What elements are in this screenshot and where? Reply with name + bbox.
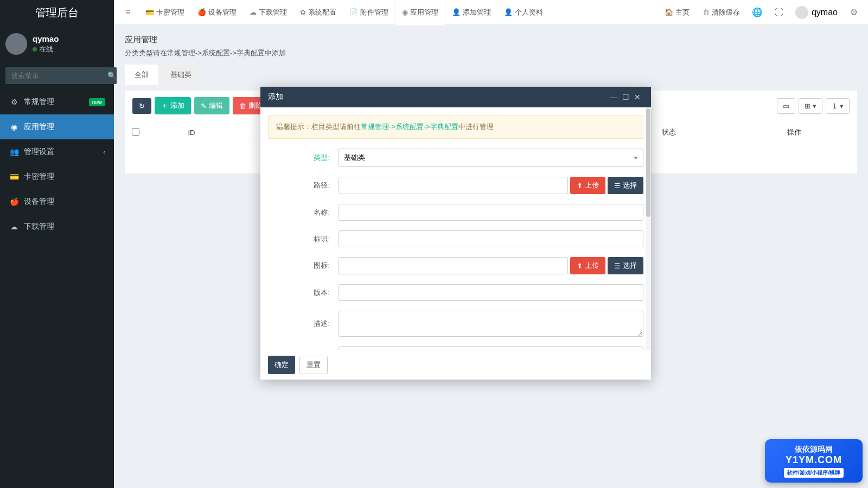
list-icon: ☰ [614, 262, 621, 270]
watermark-badge: 依依源码网 Y1YM.COM 软件/游戏/小程序/棋牌 [765, 439, 863, 483]
upload-icon: ⬆ [577, 262, 583, 270]
label-ident: 标识: [268, 234, 339, 244]
sidebar-username: qymao [33, 34, 59, 43]
topnav-app[interactable]: ◉应用管理 [395, 0, 445, 25]
label-version: 版本: [268, 288, 339, 298]
file-icon: 📄 [349, 8, 358, 16]
refresh-button[interactable]: ↻ [132, 98, 151, 114]
input-name[interactable] [339, 204, 643, 221]
view-button[interactable]: ⊞ ▾ [799, 98, 822, 114]
input-icon[interactable] [339, 257, 568, 274]
sidebar-item-general[interactable]: ⚙ 常规管理 new [0, 89, 114, 114]
brand-title: 管理后台 [0, 0, 114, 25]
sidebar-item-admin[interactable]: 👥 管理设置 ‹ [0, 139, 114, 164]
sidebar-item-label: 设备管理 [24, 197, 54, 207]
choose-path-button[interactable]: ☰选择 [608, 177, 643, 194]
th-action[interactable]: 操作 [732, 121, 857, 144]
reset-button[interactable]: 重置 [299, 356, 328, 374]
input-version[interactable] [339, 284, 643, 301]
maximize-button[interactable]: ☐ [620, 93, 631, 101]
settings-gear-button[interactable]: ⚙ [843, 0, 865, 25]
category-tabs: 全部 基础类 [125, 65, 857, 85]
pencil-icon: ✎ [201, 102, 207, 110]
maximize-icon: ☐ [622, 93, 629, 101]
home-icon: 🏠 [665, 8, 673, 16]
topnav-download[interactable]: ☁下载管理 [243, 0, 293, 25]
add-button[interactable]: ＋添加 [155, 97, 191, 114]
select-type[interactable]: 基础类 [339, 149, 643, 167]
sidebar-item-device[interactable]: 🍎 设备管理 [0, 189, 114, 214]
modal-scrollbar[interactable] [646, 107, 651, 350]
fullscreen-button[interactable]: ⛶ [768, 0, 790, 25]
upload-icon: ⬆ [577, 182, 583, 190]
add-modal: 添加 — ☐ ✕ 温馨提示：栏目类型请前往常规管理->系统配置->字典配置中进行… [260, 87, 651, 380]
user-plus-icon: 👤 [452, 8, 461, 16]
scrollbar-thumb[interactable] [646, 108, 650, 217]
sidebar-item-label: 卡密管理 [24, 172, 54, 182]
input-path[interactable] [339, 177, 568, 194]
sidebar-item-card[interactable]: 💳 卡密管理 [0, 164, 114, 189]
sidebar: 管理后台 qymao 在线 🔍 ⚙ 常规管理 new ◉ 应用管理 👥 管理设置… [0, 0, 114, 488]
upload-icon-button[interactable]: ⬆上传 [570, 257, 605, 274]
select-all-checkbox[interactable] [132, 128, 139, 136]
bars-icon: ≡ [125, 8, 130, 17]
tab-basic[interactable]: 基础类 [161, 65, 201, 85]
cogs-icon: ⚙ [9, 98, 20, 106]
card-icon: 💳 [145, 8, 154, 16]
input-size[interactable] [339, 346, 643, 350]
input-ident[interactable] [339, 230, 643, 247]
label-type: 类型: [268, 153, 339, 163]
close-icon: ✕ [634, 93, 641, 101]
cloud-download-icon: ☁ [9, 222, 20, 231]
app-icon: ◉ [402, 8, 408, 16]
input-desc[interactable] [339, 311, 643, 337]
topnav-sysconfig[interactable]: ✿系统配置 [293, 0, 343, 25]
list-icon: ☰ [614, 182, 621, 190]
modal-header[interactable]: 添加 — ☐ ✕ [260, 87, 651, 107]
ok-button[interactable]: 确定 [268, 356, 295, 374]
topnav-attachment[interactable]: 📄附件管理 [343, 0, 395, 25]
columns-icon: ▭ [783, 102, 789, 110]
grid-icon: ⊞ [805, 102, 810, 110]
modal-body: 温馨提示：栏目类型请前往常规管理->系统配置->字典配置中进行管理 类型: 基础… [260, 107, 651, 350]
sidebar-search: 🔍 [5, 67, 108, 84]
topnav-profile[interactable]: 👤个人资料 [497, 0, 550, 25]
sidebar-item-download[interactable]: ☁ 下载管理 [0, 214, 114, 239]
sidebar-item-app[interactable]: ◉ 应用管理 [0, 114, 114, 139]
sidebar-menu: ⚙ 常规管理 new ◉ 应用管理 👥 管理设置 ‹ 💳 卡密管理 🍎 设备管理… [0, 89, 114, 239]
columns-button[interactable]: ▭ [777, 98, 795, 114]
avatar[interactable] [5, 33, 27, 55]
edit-button[interactable]: ✎编辑 [194, 97, 229, 114]
topbar-user-button[interactable]: qymao [790, 6, 843, 19]
th-id[interactable]: ID [146, 121, 237, 144]
topnav-clearcache[interactable]: 🗑清除缓存 [696, 0, 746, 25]
alert-link[interactable]: 常规管理->系统配置->字典配置 [361, 123, 458, 131]
topnav-card[interactable]: 💳卡密管理 [139, 0, 191, 25]
minimize-button[interactable]: — [608, 93, 620, 101]
sidebar-item-label: 管理设置 [24, 147, 54, 157]
lang-button[interactable]: 🌐 [746, 0, 768, 25]
menu-toggle-button[interactable]: ≡ [117, 0, 139, 25]
topnav-device[interactable]: 🍎设备管理 [191, 0, 243, 25]
topnav-home[interactable]: 🏠主页 [658, 0, 696, 25]
topnav-addadmin[interactable]: 👤添加管理 [445, 0, 497, 25]
app-icon: ◉ [9, 123, 20, 131]
export-icon: ⤓ [832, 102, 838, 110]
modal-title: 添加 [268, 92, 608, 102]
language-icon: 🌐 [752, 7, 763, 17]
search-input[interactable] [5, 67, 107, 84]
choose-icon-button[interactable]: ☰选择 [608, 257, 643, 274]
export-button[interactable]: ⤓ ▾ [826, 98, 850, 114]
user-status: 在线 [33, 44, 59, 54]
upload-path-button[interactable]: ⬆上传 [570, 177, 605, 194]
label-name: 名称: [268, 208, 339, 217]
trash-icon: 🗑 [703, 8, 710, 16]
close-button[interactable]: ✕ [631, 93, 643, 101]
sidebar-item-label: 应用管理 [24, 122, 54, 132]
label-icon: 图标: [268, 261, 339, 271]
page-subtitle: 分类类型请在常规管理->系统配置->字典配置中添加 [125, 48, 857, 58]
gear-icon: ⚙ [850, 7, 858, 17]
tab-all[interactable]: 全部 [125, 65, 158, 85]
sidebar-item-label: 常规管理 [24, 97, 54, 107]
topbar-username: qymao [812, 8, 838, 17]
